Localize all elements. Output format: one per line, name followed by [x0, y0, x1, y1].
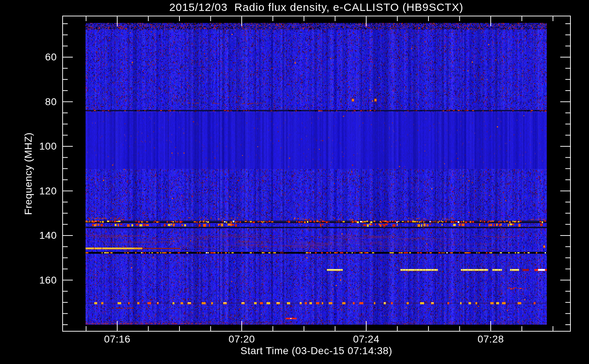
- y-tick-label-0: 60: [10, 51, 57, 63]
- y-tick-label-4: 140: [10, 229, 57, 242]
- x-axis-label: Start Time (03-Dec-15 07:14:38): [134, 345, 498, 357]
- y-tick-label-1: 80: [10, 96, 57, 108]
- x-tick-label-1: 07:20: [216, 333, 267, 345]
- x-tick-label-2: 07:24: [341, 333, 392, 345]
- y-tick-label-2: 100: [10, 140, 57, 153]
- spectrogram-figure: 2015/12/03 Radio flux density, e-CALLIST…: [0, 0, 589, 364]
- x-tick-label-3: 07:28: [465, 333, 516, 345]
- y-tick-label-3: 120: [10, 185, 57, 197]
- axes-frame: [0, 0, 589, 364]
- x-tick-label-0: 07:16: [92, 333, 143, 345]
- y-tick-label-5: 160: [10, 274, 57, 286]
- plot-title: 2015/12/03 Radio flux density, e-CALLIST…: [62, 1, 571, 13]
- y-axis-label: Frequency (MHZ): [23, 115, 35, 232]
